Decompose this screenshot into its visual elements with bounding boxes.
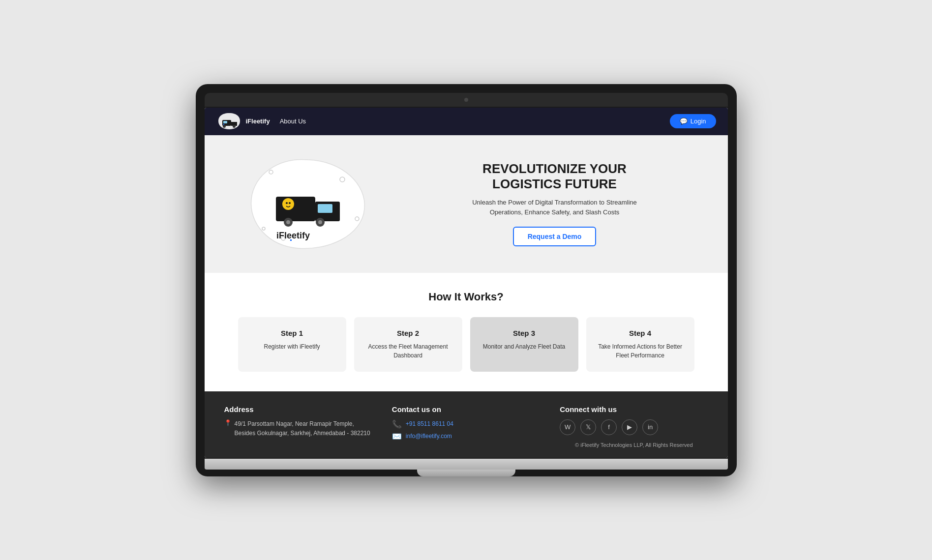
- footer-address-row: 📍 49/1 Parsottam Nagar, Near Ramapir Tem…: [224, 419, 372, 438]
- svg-point-18: [286, 220, 290, 224]
- laptop-frame: iFleetify About Us 💬 Login: [196, 84, 737, 476]
- step-1-num: Step 1: [248, 329, 336, 337]
- hero-logo-area: iFleetify: [234, 155, 382, 253]
- step-3-card: Step 3 Monitor and Analyze Fleet Data: [470, 317, 578, 372]
- footer-contact-col: Contact us on 📞 +91 8511 8611 04 ✉️ info…: [392, 405, 540, 448]
- camera-bar: [205, 93, 728, 107]
- footer-address-col: Address 📍 49/1 Parsottam Nagar, Near Ram…: [224, 405, 372, 448]
- footer-copyright: © iFleetify Technologies LLP, All Rights…: [560, 442, 708, 448]
- step-1-card: Step 1 Register with iFleetify: [238, 317, 346, 372]
- steps-row: Step 1 Register with iFleetify Step 2 Ac…: [224, 317, 708, 372]
- footer-connect-title: Connect with us: [560, 405, 708, 413]
- svg-rect-11: [276, 197, 315, 221]
- svg-rect-13: [318, 204, 332, 213]
- phone-icon: 📞: [392, 419, 402, 429]
- footer-phone-row: 📞 +91 8511 8611 04: [392, 419, 540, 429]
- linkedin-icon[interactable]: in: [642, 419, 658, 435]
- email-icon: ✉️: [392, 432, 402, 441]
- logo-text: iFleetify: [246, 118, 270, 125]
- svg-text:iFleetify: iFleetify: [276, 231, 309, 240]
- hero-section: iFleetify REVOLUTIONIZE YOUR LOGISTICS F…: [205, 135, 728, 273]
- step-1-desc: Register with iFleetify: [248, 342, 336, 351]
- laptop-stand: [417, 470, 515, 476]
- svg-point-14: [282, 198, 294, 210]
- step-3-num: Step 3: [480, 329, 569, 337]
- svg-point-2: [223, 125, 226, 128]
- footer-email-row: ✉️ info@ifleetify.com: [392, 432, 540, 441]
- svg-point-15: [286, 202, 288, 204]
- svg-point-3: [233, 125, 236, 128]
- svg-rect-22: [290, 239, 292, 241]
- nav-left: iFleetify About Us: [216, 112, 306, 131]
- camera: [464, 98, 468, 102]
- request-demo-button[interactable]: Request a Demo: [513, 227, 597, 246]
- location-icon: 📍: [224, 419, 232, 426]
- footer-email-link[interactable]: info@ifleetify.com: [406, 433, 452, 440]
- step-4-desc: Take Informed Actions for Better Fleet P…: [596, 342, 685, 360]
- svg-point-20: [318, 220, 322, 224]
- whatsapp-icon[interactable]: W: [560, 419, 575, 435]
- footer-contact-title: Contact us on: [392, 405, 540, 413]
- footer-connect-col: Connect with us W 𝕏 f ▶ in: [560, 405, 708, 448]
- footer-phone-link[interactable]: +91 8511 8611 04: [406, 420, 453, 427]
- footer: Address 📍 49/1 Parsottam Nagar, Near Ram…: [205, 391, 728, 458]
- login-icon: 💬: [680, 118, 688, 125]
- how-title: How It Works?: [224, 291, 708, 303]
- footer-address-text: 49/1 Parsottam Nagar, Near Ramapir Templ…: [235, 419, 372, 438]
- social-icons-row: W 𝕏 f ▶ in: [560, 419, 708, 435]
- facebook-icon[interactable]: f: [601, 419, 617, 435]
- hero-subtitle: Unleash the Power of Digital Transformat…: [461, 198, 648, 217]
- hero-content: REVOLUTIONIZE YOUR LOGISTICS FUTURE Unle…: [382, 161, 698, 246]
- svg-rect-5: [223, 124, 224, 125]
- twitter-icon[interactable]: 𝕏: [580, 419, 596, 435]
- hero-blob-svg: iFleetify: [244, 155, 372, 253]
- step-4-card: Step 4 Take Informed Actions for Better …: [586, 317, 694, 372]
- step-2-card: Step 2 Access the Fleet Management Dashb…: [354, 317, 462, 372]
- laptop-screen: iFleetify About Us 💬 Login: [205, 108, 728, 458]
- step-2-num: Step 2: [364, 329, 452, 337]
- navbar: iFleetify About Us 💬 Login: [205, 108, 728, 135]
- laptop-base: [205, 459, 728, 470]
- login-button[interactable]: 💬 Login: [670, 114, 716, 128]
- step-4-num: Step 4: [596, 329, 685, 337]
- hero-blob: iFleetify: [244, 155, 372, 253]
- hero-title: REVOLUTIONIZE YOUR LOGISTICS FUTURE: [411, 161, 698, 192]
- youtube-icon[interactable]: ▶: [622, 419, 637, 435]
- step-2-desc: Access the Fleet Management Dashboard: [364, 342, 452, 360]
- footer-address-title: Address: [224, 405, 372, 413]
- about-us-link[interactable]: About Us: [280, 118, 306, 125]
- logo-icon: [216, 112, 242, 131]
- step-3-desc: Monitor and Analyze Fleet Data: [480, 342, 569, 351]
- svg-rect-4: [223, 121, 227, 123]
- nav-logo: iFleetify: [216, 112, 270, 131]
- svg-point-16: [289, 202, 291, 204]
- how-it-works-section: How It Works? Step 1 Register with iFlee…: [205, 273, 728, 391]
